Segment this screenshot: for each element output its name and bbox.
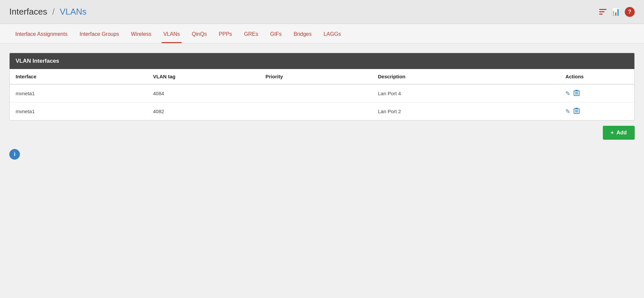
cell-interface-0: mvneta1: [10, 84, 147, 103]
page-title: Interfaces / VLANs: [9, 7, 87, 17]
tab-bridges[interactable]: Bridges: [287, 24, 317, 43]
cell-priority-1: [260, 103, 372, 120]
breadcrumb-separator: /: [52, 7, 54, 17]
col-header-vlan-tag: VLAN tag: [147, 69, 260, 84]
cell-interface-1: mvneta1: [10, 103, 147, 120]
tab-interface-groups[interactable]: Interface Groups: [73, 24, 125, 43]
cell-priority-0: [260, 84, 372, 103]
tab-gifs[interactable]: GIFs: [264, 24, 288, 43]
chart-icon[interactable]: 📊: [611, 8, 620, 16]
header-icons: 📊 ?: [599, 7, 635, 17]
cell-description-0: Lan Port 4: [372, 84, 560, 103]
cell-vlan-tag-1: 4082: [147, 103, 260, 120]
table-section-title: VLAN Interfaces: [10, 53, 634, 69]
col-header-interface: Interface: [10, 69, 147, 84]
add-label: Add: [616, 130, 627, 136]
action-icons-0: ✎: [565, 89, 628, 98]
filter-icon[interactable]: [599, 9, 606, 15]
vlan-interfaces-section: VLAN Interfaces Interface VLAN tag Prior…: [9, 53, 635, 120]
tab-interface-assignments[interactable]: Interface Assignments: [9, 24, 73, 43]
col-header-actions: Actions: [559, 69, 634, 84]
page-header: Interfaces / VLANs 📊 ?: [0, 0, 644, 24]
cell-actions-1: ✎: [559, 103, 634, 120]
delete-button-0[interactable]: [574, 89, 580, 98]
cell-actions-0: ✎: [559, 84, 634, 103]
vlan-table: Interface VLAN tag Priority Description …: [10, 69, 634, 120]
col-header-priority: Priority: [260, 69, 372, 84]
main-content: VLAN Interfaces Interface VLAN tag Prior…: [0, 43, 644, 169]
tab-ppps[interactable]: PPPs: [213, 24, 238, 43]
table-row: mvneta1 4082 Lan Port 2 ✎: [10, 103, 634, 120]
table-header-row: Interface VLAN tag Priority Description …: [10, 69, 634, 84]
cell-vlan-tag-0: 4084: [147, 84, 260, 103]
cell-description-1: Lan Port 2: [372, 103, 560, 120]
info-row: i: [9, 149, 635, 160]
tab-qinqs[interactable]: QinQs: [186, 24, 213, 43]
table-row: mvneta1 4084 Lan Port 4 ✎: [10, 84, 634, 103]
tab-wireless[interactable]: Wireless: [125, 24, 157, 43]
help-icon[interactable]: ?: [625, 7, 635, 17]
edit-button-0[interactable]: ✎: [565, 90, 570, 97]
add-button[interactable]: + Add: [603, 126, 635, 140]
col-header-description: Description: [372, 69, 560, 84]
breadcrumb-root[interactable]: Interfaces: [9, 7, 47, 17]
edit-button-1[interactable]: ✎: [565, 108, 570, 115]
navigation-tabs: Interface Assignments Interface Groups W…: [0, 24, 644, 43]
tab-laggs[interactable]: LAGGs: [318, 24, 347, 43]
add-icon: +: [611, 130, 614, 136]
delete-button-1[interactable]: [574, 107, 580, 115]
breadcrumb-active: VLANs: [60, 7, 87, 17]
info-icon[interactable]: i: [9, 149, 20, 160]
tab-gres[interactable]: GREs: [238, 24, 264, 43]
action-icons-1: ✎: [565, 107, 628, 115]
add-button-row: + Add: [9, 126, 635, 140]
tab-vlans[interactable]: VLANs: [157, 24, 186, 43]
